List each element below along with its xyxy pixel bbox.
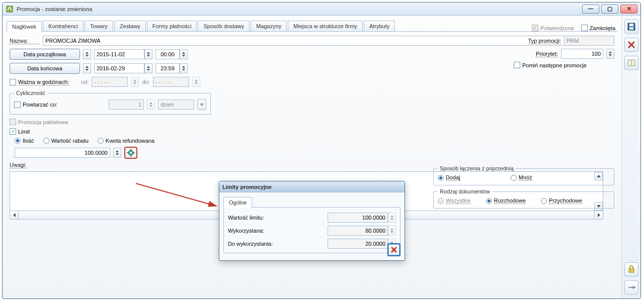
dialog-close-button[interactable]: [387, 243, 400, 256]
doc-radio-in[interactable]: Przychodowe: [541, 197, 582, 204]
doc-radio-out[interactable]: Rozchodowe: [486, 197, 526, 204]
end-date-button[interactable]: Data końcowa: [10, 63, 80, 74]
dlg-limit-value: 100.0000: [328, 213, 388, 223]
close-icon: [390, 246, 398, 254]
start-date-clear[interactable]: [83, 49, 91, 59]
notes-label: Uwagi:: [10, 162, 27, 168]
combine-radio-mul[interactable]: Mnóż: [511, 174, 532, 181]
tab-miejsca[interactable]: Miejsca w strukturze firmy: [288, 21, 363, 31]
limit-settings-button[interactable]: [124, 147, 137, 159]
limit-radio-discount[interactable]: Wartość rabatu: [43, 138, 89, 144]
limit-value-spinner[interactable]: [113, 148, 121, 158]
start-date-spinner[interactable]: [144, 49, 152, 59]
priority-spinner[interactable]: [606, 49, 614, 59]
hours-from-spinner: [131, 77, 139, 87]
end-time-spinner[interactable]: [180, 63, 188, 73]
check-icon: [514, 62, 520, 68]
package-checkbox: Promocja pakietowa: [10, 119, 68, 125]
doc-radio-all: Wszystkie: [438, 197, 471, 204]
dlg-used-value: 80.0000: [328, 226, 388, 236]
tab-magazyny[interactable]: Magazyny: [251, 21, 287, 31]
scroll-left-button[interactable]: [10, 211, 19, 219]
svg-rect-9: [629, 27, 633, 30]
limits-dialog: Limity promocyjne Ogólne Wartość limitu:…: [219, 181, 405, 261]
svg-point-2: [130, 152, 132, 154]
repeat-spinner: [147, 99, 155, 110]
check-icon: [10, 119, 16, 125]
check-icon: ✓: [532, 25, 538, 31]
radio-icon: [98, 138, 104, 144]
closed-checkbox[interactable]: Zamknięta: [581, 25, 615, 31]
lock-icon: [627, 265, 636, 274]
radio-icon: [438, 175, 444, 181]
app-icon: [6, 5, 14, 13]
end-date-clear[interactable]: [83, 63, 91, 73]
delete-button[interactable]: [624, 38, 638, 52]
pin-button[interactable]: [624, 280, 638, 294]
combine-radio-add[interactable]: Dodaj: [438, 174, 460, 181]
name-label: Nazwa:: [10, 38, 40, 44]
tabstrip: Nagłówek Kontrahenci Towary Zestawy Form…: [7, 20, 617, 32]
close-button[interactable]: ✕: [620, 5, 637, 14]
cyclic-legend: Cykliczność: [14, 90, 47, 96]
book-button[interactable]: [624, 56, 638, 70]
priority-input[interactable]: 100: [561, 49, 603, 59]
maximize-button[interactable]: ▢: [601, 5, 618, 14]
tab-zestawy[interactable]: Zestawy: [114, 21, 146, 31]
repeat-value-input: 1: [109, 99, 144, 110]
limit-radio-refund[interactable]: Kwota refundowana: [98, 138, 154, 144]
start-time-input[interactable]: 00:00: [155, 49, 180, 59]
tab-atrybuty[interactable]: Atrybuty: [364, 21, 395, 31]
dlg-limit-spinner: [388, 213, 396, 223]
dlg-avail-label: Do wykorzystania:: [228, 241, 273, 247]
limit-checkbox[interactable]: ✓ Limit: [10, 128, 30, 135]
svg-rect-8: [629, 24, 633, 26]
check-icon: ✓: [10, 128, 16, 135]
radio-icon: [43, 138, 49, 144]
hours-from-input: - - : - -: [92, 77, 128, 87]
limit-radio-qty[interactable]: Ilość: [15, 138, 34, 144]
type-input: PRM: [564, 36, 614, 46]
confirmed-checkbox[interactable]: ✓ Potwierdzona: [532, 25, 574, 31]
repeat-unit-select: dzień: [158, 99, 194, 110]
radio-icon: [15, 138, 21, 144]
pin-icon: [627, 283, 636, 292]
dialog-title: Limity promocyjne: [222, 184, 401, 190]
dialog-titlebar: Limity promocyjne: [219, 181, 405, 192]
window-title: Promocja - zostanie zmieniona: [17, 6, 582, 12]
start-date-button[interactable]: Data początkowa: [10, 49, 80, 60]
tab-formy-platnosci[interactable]: Formy płatności: [147, 21, 197, 31]
skip-checkbox[interactable]: Pomiń następne promocje: [514, 62, 587, 68]
save-button[interactable]: [624, 20, 638, 34]
limit-value-input[interactable]: 100.0000: [15, 148, 110, 158]
radio-icon: [438, 198, 444, 204]
tab-sposob-dostawy[interactable]: Sposób dostawy: [198, 21, 250, 31]
dlg-used-label: Wykorzystana:: [228, 228, 264, 234]
end-date-spinner[interactable]: [144, 63, 152, 73]
check-icon: [10, 79, 16, 85]
tab-kontrahenci[interactable]: Kontrahenci: [43, 21, 84, 31]
book-icon: [627, 58, 636, 67]
repeat-unit-dropdown: [197, 99, 206, 110]
svg-rect-14: [629, 269, 634, 272]
end-time-input[interactable]: 23:59: [155, 63, 180, 73]
start-date-input[interactable]: 2015-11-02: [94, 49, 144, 59]
repeat-checkbox[interactable]: Powtarzać co:: [14, 102, 57, 108]
minimize-button[interactable]: —: [582, 5, 599, 14]
chevron-down-icon: [200, 104, 204, 106]
tab-towary[interactable]: Towary: [85, 21, 113, 31]
radio-icon: [541, 198, 547, 204]
dialog-tab-general[interactable]: Ogólne: [223, 197, 252, 208]
start-time-spinner[interactable]: [180, 49, 188, 59]
end-date-input[interactable]: 2016-02-29: [94, 63, 144, 73]
arrow-left-icon: [13, 213, 16, 217]
hours-checkbox[interactable]: Ważna w godzinach:: [10, 79, 69, 85]
scroll-right-button[interactable]: [594, 211, 603, 219]
save-icon: [627, 22, 636, 31]
hours-to-spinner: [192, 77, 200, 87]
lock-button[interactable]: [624, 262, 638, 276]
tab-naglowek[interactable]: Nagłówek: [7, 21, 42, 32]
type-label: Typ promocji:: [528, 38, 561, 44]
right-toolbar: [621, 16, 640, 298]
check-icon: [581, 25, 588, 31]
